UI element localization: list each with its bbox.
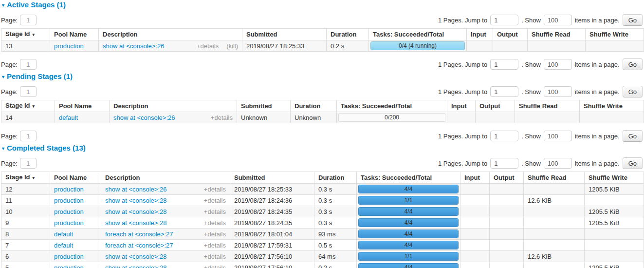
go-button[interactable]: Go — [623, 14, 643, 26]
column-header-label: Description — [103, 31, 138, 38]
column-header-5[interactable]: Tasks: Succeeded/Total — [337, 100, 447, 112]
column-header-4[interactable]: Duration — [314, 172, 357, 184]
details-toggle[interactable]: +details — [204, 242, 226, 249]
description-link[interactable]: foreach at <console>:27 — [105, 230, 173, 238]
details-toggle[interactable]: +details — [204, 186, 226, 193]
description-link[interactable]: show at <console>:26 — [105, 186, 166, 193]
column-header-6[interactable]: Input — [460, 172, 490, 184]
duration-cell: 64 ms — [314, 251, 357, 262]
pool-name-link[interactable]: production — [54, 208, 84, 215]
description-cell: +detailsforeach at <console>:27 — [101, 240, 230, 251]
column-header-9[interactable]: Shuffle Write — [580, 100, 644, 112]
column-header-7[interactable]: Output — [476, 100, 515, 112]
page-label: Page: — [1, 17, 18, 24]
column-header-7[interactable]: Output — [493, 29, 528, 40]
column-header-0[interactable]: Stage Id▾ — [1, 100, 55, 112]
section-title-link[interactable]: Completed Stages (13) — [7, 144, 86, 152]
description-link[interactable]: show at <console>:28 — [105, 219, 166, 227]
column-header-8[interactable]: Shuffle Read — [524, 172, 585, 184]
pool-name-link[interactable]: production — [54, 219, 84, 227]
column-header-9[interactable]: Shuffle Write — [585, 172, 644, 184]
description-link[interactable]: foreach at <console>:27 — [105, 242, 173, 249]
pool-name-link[interactable]: default — [54, 230, 73, 238]
go-button[interactable]: Go — [623, 86, 643, 97]
column-header-label: Shuffle Write — [589, 174, 627, 181]
page-number-input[interactable] — [20, 131, 37, 141]
column-header-2[interactable]: Description — [101, 172, 230, 184]
description-link[interactable]: show at <console>:28 — [105, 197, 166, 204]
details-toggle[interactable]: +details — [211, 114, 233, 121]
details-toggle[interactable]: +details — [204, 197, 226, 204]
collapse-arrow-icon[interactable]: ▾ — [2, 2, 4, 8]
jump-to-page-input[interactable] — [490, 86, 518, 97]
jump-to-page-input[interactable] — [490, 59, 518, 70]
description-link[interactable]: show at <console>:26 — [103, 42, 164, 50]
go-button[interactable]: Go — [623, 130, 643, 142]
column-header-1[interactable]: Pool Name — [50, 172, 101, 184]
column-header-7[interactable]: Output — [490, 172, 524, 184]
items-label: items in a page. — [575, 88, 620, 96]
column-header-4[interactable]: Duration — [327, 29, 369, 40]
pager-page-group: Page: — [1, 15, 37, 25]
pool-name-link[interactable]: production — [54, 197, 84, 204]
column-header-1[interactable]: Pool Name — [55, 100, 110, 112]
column-header-2[interactable]: Description — [110, 100, 237, 112]
pool-name-link[interactable]: production — [54, 253, 84, 260]
description-link[interactable]: show at <console>:26 — [113, 114, 175, 121]
page-number-input[interactable] — [20, 59, 37, 70]
column-header-0[interactable]: Stage Id▾ — [1, 172, 50, 184]
page-number-input[interactable] — [20, 15, 37, 25]
column-header-5[interactable]: Tasks: Succeeded/Total — [369, 29, 467, 40]
column-header-6[interactable]: Input — [467, 29, 493, 40]
pool-name-link[interactable]: production — [54, 264, 84, 268]
jump-to-page-input[interactable] — [490, 158, 518, 169]
column-header-3[interactable]: Submitted — [242, 29, 327, 40]
collapse-arrow-icon[interactable]: ▾ — [2, 74, 4, 79]
description-actions: +details — [196, 197, 226, 204]
details-toggle[interactable]: +details — [197, 42, 219, 50]
column-header-8[interactable]: Shuffle Read — [515, 100, 580, 112]
input-cell — [460, 229, 490, 240]
column-header-3[interactable]: Submitted — [230, 172, 314, 184]
column-header-2[interactable]: Description — [99, 29, 242, 40]
column-header-6[interactable]: Input — [447, 100, 476, 112]
pool-name-link[interactable]: production — [54, 186, 84, 193]
details-toggle[interactable]: +details — [204, 264, 226, 268]
pager-pending-bottom: Page:1 Pages. Jump to. Showitems in a pa… — [1, 131, 643, 141]
kill-link[interactable]: (kill) — [226, 42, 238, 50]
column-header-4[interactable]: Duration — [291, 100, 337, 112]
go-button[interactable]: Go — [623, 157, 643, 169]
details-toggle[interactable]: +details — [204, 230, 226, 238]
tasks-progress-bar: 4/4 — [358, 230, 459, 238]
details-toggle[interactable]: +details — [204, 208, 226, 215]
show-items-input[interactable] — [544, 131, 572, 141]
jump-to-page-input[interactable] — [490, 15, 518, 25]
column-header-9[interactable]: Shuffle Write — [586, 29, 644, 40]
show-items-input[interactable] — [544, 15, 572, 25]
jump-to-page-input[interactable] — [490, 131, 518, 141]
collapse-arrow-icon[interactable]: ▾ — [2, 146, 4, 151]
description-link[interactable]: show at <console>:28 — [105, 264, 166, 268]
column-header-5[interactable]: Tasks: Succeeded/Total — [357, 172, 460, 184]
show-items-input[interactable] — [544, 158, 572, 169]
pool-name-link[interactable]: production — [54, 42, 84, 50]
description-link[interactable]: show at <console>:28 — [105, 208, 166, 215]
duration-cell: 0.3 s — [314, 206, 357, 217]
show-items-input[interactable] — [544, 59, 572, 70]
description-actions: +details — [196, 186, 226, 193]
column-header-0[interactable]: Stage Id▾ — [1, 29, 50, 40]
pool-name-link[interactable]: default — [59, 114, 78, 121]
go-button[interactable]: Go — [623, 58, 643, 70]
pool-name-link[interactable]: default — [54, 242, 73, 249]
details-toggle[interactable]: +details — [204, 219, 226, 227]
column-header-1[interactable]: Pool Name — [50, 29, 99, 40]
page-number-input[interactable] — [20, 86, 37, 97]
section-title-link[interactable]: Active Stages (1) — [7, 0, 66, 9]
page-number-input[interactable] — [20, 158, 37, 169]
column-header-8[interactable]: Shuffle Read — [528, 29, 586, 40]
details-toggle[interactable]: +details — [204, 253, 226, 260]
column-header-3[interactable]: Submitted — [237, 100, 291, 112]
show-items-input[interactable] — [544, 86, 572, 97]
description-link[interactable]: show at <console>:28 — [105, 253, 166, 260]
section-title-link[interactable]: Pending Stages (1) — [7, 72, 73, 80]
